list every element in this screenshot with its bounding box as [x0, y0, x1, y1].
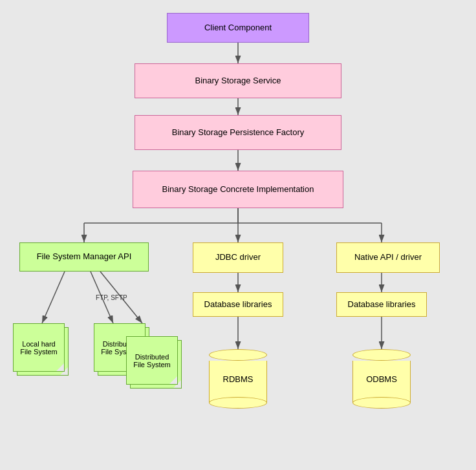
local-fs-doc1: Local hard File System	[13, 323, 65, 372]
db-lib-native-box: Database libraries	[336, 292, 427, 317]
native-box: Native API / driver	[336, 242, 440, 273]
rdbms-label: RDBMS	[223, 374, 254, 384]
bsci-label: Binary Storage Concrete Implementation	[162, 184, 314, 195]
dist-fs2-label: Distributed File System	[133, 353, 170, 369]
rdbms-cylinder: RDBMS	[209, 349, 267, 409]
client-component-label: Client Component	[204, 23, 272, 34]
odbms-cyl-bottom	[352, 397, 411, 409]
rdbms-cyl-bottom	[209, 397, 267, 409]
bss-box: Binary Storage Service	[135, 63, 341, 98]
bspf-box: Binary Storage Persistence Factory	[135, 115, 341, 150]
native-label: Native API / driver	[354, 252, 422, 263]
bss-label: Binary Storage Service	[195, 76, 281, 87]
rdbms-cylinder-shape: RDBMS	[209, 349, 267, 409]
db-lib-native-label: Database libraries	[348, 299, 416, 310]
rdbms-cyl-top	[209, 349, 267, 361]
db-lib-jdbc-box: Database libraries	[193, 292, 283, 317]
dist-fs2-doc1: Distributed File System	[126, 336, 178, 385]
bspf-label: Binary Storage Persistence Factory	[172, 127, 304, 138]
odbms-cyl-top	[352, 349, 411, 361]
odbms-cylinder-shape: ODBMS	[352, 349, 411, 409]
diagram: Client Component Binary Storage Service …	[0, 0, 476, 470]
bsci-box: Binary Storage Concrete Implementation	[133, 171, 343, 208]
odbms-cylinder: ODBMS	[352, 349, 411, 409]
fsm-box: File System Manager API	[19, 242, 149, 272]
db-lib-jdbc-label: Database libraries	[204, 299, 272, 310]
svg-line-10	[42, 272, 65, 323]
odbms-label: ODBMS	[366, 374, 397, 384]
client-component-box: Client Component	[167, 13, 309, 43]
fsm-label: File System Manager API	[37, 251, 132, 262]
jdbc-box: JDBC driver	[193, 242, 283, 273]
local-fs-label: Local hard File System	[20, 340, 57, 356]
ftp-label: FTP, SFTP	[96, 294, 127, 301]
jdbc-label: JDBC driver	[215, 252, 261, 263]
